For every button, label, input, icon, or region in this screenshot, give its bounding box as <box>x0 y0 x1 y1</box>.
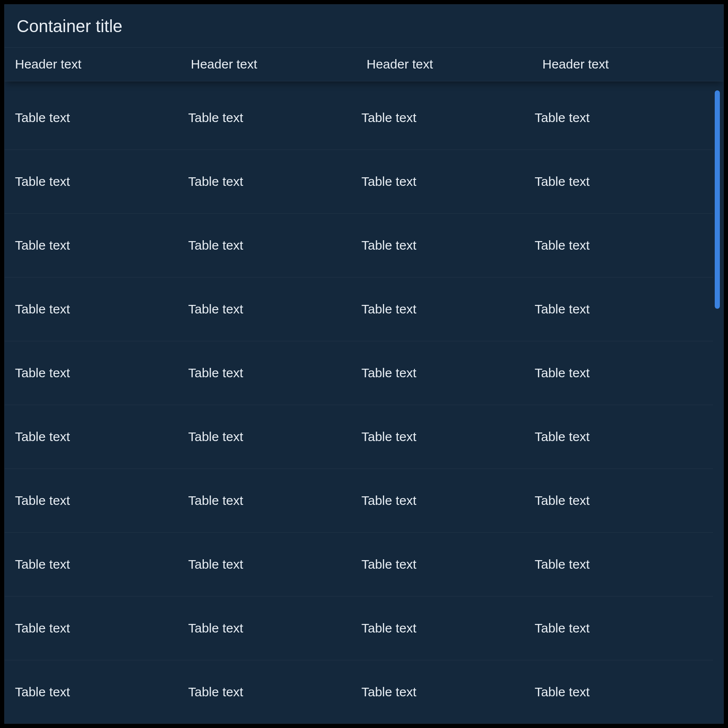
table-cell: Table text <box>532 493 706 508</box>
table-header-row: Header text Header text Header text Head… <box>5 47 723 81</box>
scrollbar-track[interactable] <box>715 90 720 720</box>
table-cell: Table text <box>532 110 706 125</box>
table-cell: Table text <box>186 430 359 444</box>
table-cell: Table text <box>12 493 186 508</box>
table-row[interactable]: Table textTable textTable textTable text <box>5 533 713 597</box>
table-cell: Table text <box>12 302 186 316</box>
table-row[interactable]: Table textTable textTable textTable text <box>5 341 713 405</box>
table-body: Table textTable textTable textTable text… <box>5 86 723 723</box>
data-table-container: Container title Header text Header text … <box>4 4 724 724</box>
table-cell: Table text <box>12 174 186 189</box>
table-cell: Table text <box>186 493 359 508</box>
table-cell: Table text <box>12 366 186 380</box>
table-cell: Table text <box>532 685 706 699</box>
table-cell: Table text <box>359 621 532 636</box>
table-cell: Table text <box>186 302 359 316</box>
table-cell: Table text <box>532 430 706 444</box>
table-cell: Table text <box>12 110 186 125</box>
table-cell: Table text <box>359 238 532 253</box>
table-cell: Table text <box>186 238 359 253</box>
table-cell: Table text <box>12 685 186 699</box>
table-cell: Table text <box>359 174 532 189</box>
table-cell: Table text <box>12 238 186 253</box>
table-cell: Table text <box>359 685 532 699</box>
table-header-cell[interactable]: Header text <box>12 57 188 72</box>
table-row[interactable]: Table textTable textTable textTable text <box>5 150 713 214</box>
table-cell: Table text <box>186 366 359 380</box>
table-cell: Table text <box>359 366 532 380</box>
table-cell: Table text <box>532 366 706 380</box>
table-row[interactable]: Table textTable textTable textTable text <box>5 597 713 660</box>
table-cell: Table text <box>359 302 532 316</box>
container-title: Container title <box>17 17 711 36</box>
table-cell: Table text <box>186 174 359 189</box>
table-cell: Table text <box>532 302 706 316</box>
table-cell: Table text <box>359 110 532 125</box>
table-row[interactable]: Table textTable textTable textTable text <box>5 277 713 341</box>
table-cell: Table text <box>359 493 532 508</box>
table-cell: Table text <box>359 430 532 444</box>
table-row[interactable]: Table textTable textTable textTable text <box>5 660 713 723</box>
table-cell: Table text <box>186 110 359 125</box>
table-cell: Table text <box>12 430 186 444</box>
table-row[interactable]: Table textTable textTable textTable text <box>5 405 713 469</box>
table-cell: Table text <box>532 557 706 572</box>
container-title-bar: Container title <box>5 5 723 47</box>
table-cell: Table text <box>186 685 359 699</box>
table-cell: Table text <box>12 557 186 572</box>
table-cell: Table text <box>532 238 706 253</box>
table-header-cell[interactable]: Header text <box>540 57 716 72</box>
table-cell: Table text <box>12 621 186 636</box>
table-cell: Table text <box>359 557 532 572</box>
scrollbar-thumb[interactable] <box>715 90 720 309</box>
table-row[interactable]: Table textTable textTable textTable text <box>5 214 713 277</box>
table-cell: Table text <box>186 621 359 636</box>
table-header-cell[interactable]: Header text <box>188 57 364 72</box>
table-header-cell[interactable]: Header text <box>364 57 540 72</box>
table-row[interactable]: Table textTable textTable textTable text <box>5 86 713 150</box>
table-cell: Table text <box>532 621 706 636</box>
table-cell: Table text <box>186 557 359 572</box>
table-row[interactable]: Table textTable textTable textTable text <box>5 469 713 533</box>
table-cell: Table text <box>532 174 706 189</box>
